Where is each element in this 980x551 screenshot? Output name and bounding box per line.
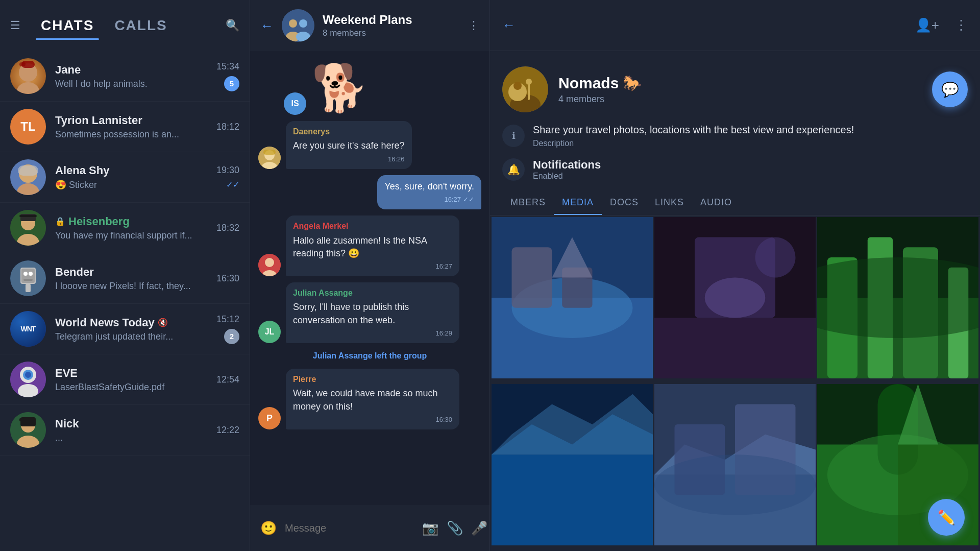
svg-point-24 xyxy=(25,372,31,378)
chat-name: Jane xyxy=(55,63,211,77)
list-item[interactable]: Jane Well I do help animals. 15:34 5 xyxy=(0,51,250,102)
svg-point-34 xyxy=(296,32,310,42)
tab-media[interactable]: MEDIA xyxy=(554,191,602,215)
more-options-button[interactable]: ⋮ xyxy=(954,17,968,33)
voice-button[interactable]: 🎤 xyxy=(471,520,487,536)
svg-point-47 xyxy=(513,82,522,90)
message-time: 16:27 ✓✓ xyxy=(384,195,474,204)
message-sender: Julian Assange xyxy=(293,288,452,299)
media-item[interactable] xyxy=(492,217,653,378)
svg-point-49 xyxy=(526,79,532,85)
svg-rect-12 xyxy=(19,215,37,217)
chat-meta: 19:30 ✓✓ xyxy=(216,165,239,189)
media-item[interactable] xyxy=(817,217,978,378)
chat-name: Bender xyxy=(55,266,211,279)
group-name: Nomads 🐎 xyxy=(558,74,922,92)
attach-button[interactable]: 📎 xyxy=(447,520,463,536)
notifications-section[interactable]: 🔔 Notifications Enabled xyxy=(490,158,980,191)
group-avatar xyxy=(502,66,548,112)
list-item[interactable]: TL Tyrion Lannister Sometimes possession… xyxy=(0,102,250,152)
avatar xyxy=(10,58,46,94)
message-text: Are you sure it's safe here? xyxy=(293,139,405,152)
chat-content: Tyrion Lannister Sometimes possession is… xyxy=(55,114,211,140)
message-row: Yes, sure, don't worry. 16:27 ✓✓ xyxy=(258,175,481,209)
menu-icon[interactable]: ☰ xyxy=(10,19,20,32)
camera-button[interactable]: 📷 xyxy=(422,520,438,536)
chat-time: 12:54 xyxy=(216,374,239,385)
notifications-title: Notifications xyxy=(533,158,968,172)
middle-panel: ← Weekend Plans 8 members ⋮ IS 🐕 Daenery… xyxy=(250,0,490,551)
svg-rect-53 xyxy=(512,247,552,308)
chat-name: 🔒 Heisenberg xyxy=(55,215,211,228)
chat-preview: LaserBlastSafetyGuide.pdf xyxy=(55,382,211,393)
avatar xyxy=(258,254,281,276)
description-content: Share your travel photos, locations with… xyxy=(533,123,968,137)
avatar xyxy=(10,210,46,246)
avatar: JL xyxy=(258,321,281,343)
unread-badge: 2 xyxy=(224,329,239,344)
message-row: Daenerys Are you sure it's safe here? 16… xyxy=(258,121,481,169)
tab-chats[interactable]: CHATS xyxy=(31,12,104,39)
media-item[interactable] xyxy=(492,384,653,545)
media-item[interactable] xyxy=(654,384,816,545)
compose-button[interactable]: ✏️ xyxy=(928,499,965,536)
chat-preview: Telegram just updated their... xyxy=(55,331,211,342)
svg-rect-29 xyxy=(19,418,23,421)
avatar xyxy=(10,362,46,397)
unread-badge: 5 xyxy=(224,76,239,91)
more-options-button[interactable]: ⋮ xyxy=(468,19,479,32)
system-message: Julian Assange left the group xyxy=(258,349,481,363)
tab-audio[interactable]: AUDIO xyxy=(692,191,740,215)
message-input[interactable] xyxy=(285,522,414,534)
chat-preview: Well I do help animals. xyxy=(55,79,211,89)
notifications-text: Notifications Enabled xyxy=(533,158,968,181)
tab-members[interactable]: MBERS xyxy=(502,191,554,215)
notifications-icon: 🔔 xyxy=(502,158,525,181)
tab-links[interactable]: LINKS xyxy=(647,191,692,215)
list-item[interactable]: Bender I looove new Pixels! If fact, the… xyxy=(0,253,250,304)
chat-name: World News Today 🔇 xyxy=(55,316,211,329)
back-button[interactable]: ← xyxy=(260,18,274,34)
chat-content: Nick ... xyxy=(55,417,211,443)
chat-time: 12:22 xyxy=(216,425,239,436)
add-member-button[interactable]: 👤+ xyxy=(915,17,939,33)
list-item[interactable]: WNT World News Today 🔇 Telegram just upd… xyxy=(0,304,250,354)
svg-rect-38 xyxy=(263,150,276,155)
search-icon[interactable]: 🔍 xyxy=(226,19,239,32)
messages-area: IS 🐕 Daenerys Are you sure it's safe her… xyxy=(250,51,489,505)
svg-point-77 xyxy=(654,454,816,515)
svg-point-59 xyxy=(705,278,766,318)
right-panel: ← 👤+ ⋮ Nomads 🐎 4 members xyxy=(490,0,980,551)
chat-meta: 12:54 xyxy=(216,374,239,385)
avatar xyxy=(10,159,46,195)
list-item[interactable]: 🔒 Heisenberg You have my financial suppo… xyxy=(0,203,250,253)
message-text: Hallo alle zusammen! Is the NSA reading … xyxy=(293,234,452,260)
read-receipt-icon: ✓✓ xyxy=(226,180,239,189)
chat-name: Alena Shy xyxy=(55,164,211,177)
media-tabs: MBERS MEDIA DOCS LINKS AUDIO xyxy=(490,191,980,215)
message-sender: Pierre xyxy=(293,374,452,385)
chat-preview: ... xyxy=(55,433,211,443)
tab-docs[interactable]: DOCS xyxy=(602,191,647,215)
list-item[interactable]: EVE LaserBlastSafetyGuide.pdf 12:54 xyxy=(0,354,250,405)
svg-point-40 xyxy=(265,258,274,267)
back-button[interactable]: ← xyxy=(502,17,516,33)
message-time: 16:26 xyxy=(293,155,405,164)
chat-name: Nick xyxy=(55,417,211,430)
svg-point-1 xyxy=(17,82,39,94)
chat-time: 15:12 xyxy=(216,314,239,325)
chat-content: World News Today 🔇 Telegram just updated… xyxy=(55,316,211,342)
tab-calls[interactable]: CALLS xyxy=(104,12,177,39)
emoji-button[interactable]: 🙂 xyxy=(260,520,277,536)
list-item[interactable]: Nick ... 12:22 xyxy=(0,405,250,456)
chat-name: EVE xyxy=(55,367,211,380)
chat-meta: 18:12 xyxy=(216,122,239,132)
muted-icon: 🔇 xyxy=(158,318,168,327)
chat-meta: 18:32 xyxy=(216,223,239,233)
svg-point-60 xyxy=(755,237,796,278)
open-chat-button[interactable]: 💬 xyxy=(932,71,968,107)
chat-preview: You have my financial support if... xyxy=(55,230,211,241)
avatar: P xyxy=(258,407,281,429)
media-item[interactable] xyxy=(654,217,816,378)
list-item[interactable]: Alena Shy 😍 Sticker 19:30 ✓✓ xyxy=(0,152,250,203)
